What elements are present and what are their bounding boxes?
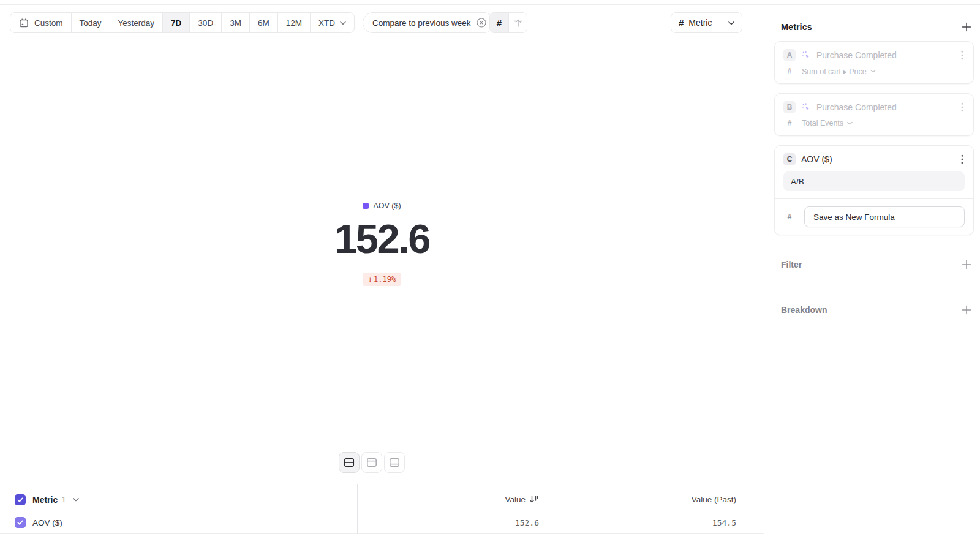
- date-range-picker: Custom Today Yesterday 7D 30D 3M 6M 12M …: [10, 12, 355, 33]
- chevron-down-icon: [340, 20, 346, 26]
- flow-view-toggle[interactable]: [508, 13, 527, 32]
- kebab-menu-icon[interactable]: [960, 101, 965, 113]
- date-range-6m[interactable]: 6M: [249, 13, 277, 32]
- kpi-legend[interactable]: AOV ($): [0, 202, 764, 210]
- chevron-down-icon: [870, 69, 876, 74]
- breakdown-title: Breakdown: [781, 305, 827, 315]
- metrics-section-header: Metrics: [781, 22, 971, 32]
- sort-descending-icon[interactable]: [529, 495, 539, 504]
- table-row: AOV ($) 152.6 154.5: [0, 511, 764, 534]
- chevron-down-icon[interactable]: [73, 497, 79, 502]
- event-icon: [801, 50, 811, 60]
- query-builder-panel: Metrics A Purchase Completed #: [764, 5, 980, 539]
- table-view-icon: [388, 456, 401, 469]
- divider: [775, 198, 973, 199]
- chart-view-icon: [366, 456, 378, 469]
- numeric-type-icon: #: [783, 213, 796, 221]
- aggregation-label: Total Events: [802, 119, 843, 127]
- row-value: 152.6: [515, 518, 539, 527]
- kebab-menu-icon[interactable]: [960, 49, 965, 61]
- metric-badge: B: [783, 101, 796, 113]
- arrow-up-icon: [513, 17, 524, 28]
- date-range-30d[interactable]: 30D: [189, 13, 221, 32]
- metric-card-a: A Purchase Completed # Sum of cart ▸ Pri…: [774, 41, 974, 84]
- legend-swatch: [363, 203, 369, 209]
- date-range-yesterday[interactable]: Yesterday: [110, 13, 163, 32]
- row-value-past: 154.5: [712, 518, 736, 527]
- value-past-column-header[interactable]: Value (Past): [692, 495, 736, 504]
- metric-column-header[interactable]: Metric: [32, 495, 58, 505]
- metric-dropdown-label: Metric: [688, 18, 712, 28]
- chart-view-button[interactable]: [361, 452, 382, 473]
- numeric-type-icon: #: [783, 67, 796, 75]
- number-view-toggle[interactable]: #: [490, 13, 508, 32]
- aggregation-selector[interactable]: # Total Events: [783, 118, 965, 128]
- kpi-value: 152.6: [0, 216, 764, 262]
- metrics-title: Metrics: [781, 22, 812, 32]
- arrow-down-icon: ↓: [368, 275, 372, 284]
- date-range-3m[interactable]: 3M: [221, 13, 249, 32]
- value-display-toggle: #: [489, 12, 527, 33]
- metric-event-name[interactable]: Purchase Completed: [816, 102, 954, 112]
- layout-switch: [336, 450, 407, 475]
- date-range-label: Custom: [34, 18, 63, 28]
- remove-compare-icon[interactable]: [476, 17, 487, 28]
- report-canvas: Custom Today Yesterday 7D 30D 3M 6M 12M …: [0, 5, 764, 539]
- row-checkbox[interactable]: [15, 517, 26, 528]
- date-range-7d[interactable]: 7D: [162, 13, 189, 32]
- date-range-xtd[interactable]: XTD: [310, 13, 354, 32]
- hash-icon: #: [679, 18, 684, 28]
- checkmark-icon: [17, 496, 24, 503]
- metric-card-b: B Purchase Completed # Total Events: [774, 93, 974, 136]
- formula-name[interactable]: AOV ($): [801, 154, 954, 164]
- value-column-header[interactable]: Value: [505, 495, 526, 504]
- kebab-menu-icon[interactable]: [960, 153, 965, 165]
- date-range-today[interactable]: Today: [71, 13, 110, 32]
- metric-badge: A: [783, 49, 796, 61]
- metric-badge: C: [783, 153, 796, 165]
- metric-dropdown-button[interactable]: # Metric: [671, 12, 742, 33]
- compare-chip[interactable]: Compare to previous week: [363, 12, 494, 33]
- column-divider: [357, 484, 358, 534]
- compare-chip-label: Compare to previous week: [372, 18, 471, 28]
- add-breakdown-button[interactable]: [962, 305, 971, 315]
- row-metric-name: AOV ($): [32, 518, 62, 527]
- table-header-row: Metric 1 Value Value (Past): [0, 488, 764, 511]
- kpi-change-value: 1.19%: [374, 275, 396, 284]
- formula-input[interactable]: A/B: [783, 172, 965, 191]
- aggregation-selector[interactable]: # Sum of cart ▸ Price: [783, 66, 965, 76]
- event-icon: [801, 102, 811, 112]
- split-view-button[interactable]: [339, 452, 360, 473]
- hash-icon: #: [497, 18, 502, 28]
- metric-count: 1: [61, 495, 66, 504]
- formula-card-c: C AOV ($) A/B # Save as New Formula: [774, 145, 974, 235]
- checkmark-icon: [17, 519, 24, 526]
- add-metric-button[interactable]: [962, 22, 971, 32]
- add-filter-button[interactable]: [962, 260, 971, 270]
- table-view-button[interactable]: [384, 452, 405, 473]
- results-table: Metric 1 Value Value (Past): [0, 488, 764, 534]
- filter-section-header: Filter: [781, 260, 971, 270]
- date-range-12m[interactable]: 12M: [277, 13, 310, 32]
- legend-label: AOV ($): [373, 202, 401, 210]
- split-view-icon: [343, 456, 355, 469]
- breakdown-section-header: Breakdown: [781, 305, 971, 315]
- numeric-type-icon: #: [783, 119, 796, 127]
- aggregation-label: Sum of cart ▸ Price: [802, 67, 867, 76]
- kpi-change-badge: ↓1.19%: [363, 273, 401, 286]
- chevron-down-icon: [728, 20, 734, 26]
- filter-title: Filter: [781, 260, 802, 270]
- date-range-custom[interactable]: Custom: [10, 13, 71, 32]
- chevron-down-icon: [847, 121, 853, 126]
- save-as-new-formula-button[interactable]: Save as New Formula: [804, 206, 965, 227]
- metric-event-name[interactable]: Purchase Completed: [816, 50, 954, 60]
- select-all-checkbox[interactable]: [15, 494, 26, 505]
- calendar-icon: [18, 17, 29, 28]
